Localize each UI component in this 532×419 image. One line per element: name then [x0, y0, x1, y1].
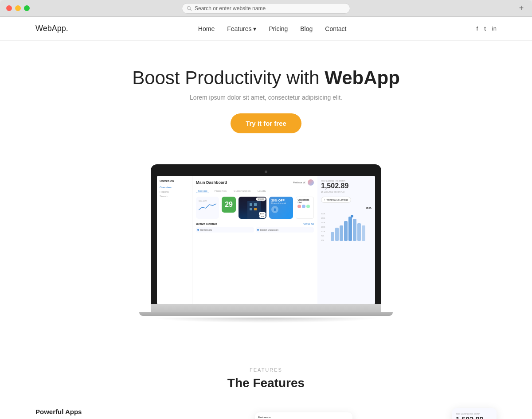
dash-dot-2: [257, 229, 259, 231]
customer-avatar-1: [297, 205, 301, 208]
laptop: Untree.co Overview Reports Search Main D…: [151, 164, 381, 323]
dash-rental-item-2: Design Discussion: [256, 227, 314, 233]
svg-rect-16: [335, 228, 339, 241]
dash-promo-value: 30% OFF: [271, 199, 291, 202]
dash-rental-item-1: Rental Lists: [196, 227, 254, 233]
dash-active-rentals-header: Active Rentals View all: [196, 222, 314, 225]
mini-earning-value: 1,502.89: [456, 416, 493, 419]
hero-title-start: Boost Productivity with: [132, 67, 325, 88]
navbar: WebApp. Home Features ▾ Pricing Blog Con…: [0, 17, 532, 41]
dash-promo-icon: 👤: [271, 206, 278, 213]
linkedin-icon[interactable]: in: [492, 25, 497, 32]
withdraw-icon: ↑: [324, 198, 325, 201]
dash-rental-label-2: Design Discussion: [260, 229, 278, 231]
mini-dash-logo: Untree.co: [258, 416, 349, 419]
svg-text:200K: 200K: [321, 213, 325, 215]
dash-tab-booking: Booking: [196, 189, 209, 193]
svg-text:100K: 100K: [321, 230, 325, 233]
dash-card-revenue: $20,190: [196, 197, 219, 219]
dash-price-sub2: $7M: [259, 215, 266, 218]
feature-item-1: Powerful Apps Lorem ipsum dolor sit amet…: [35, 408, 237, 419]
hero-title-bold: WebApp: [325, 67, 400, 88]
dash-nav-overview: Overview: [160, 185, 189, 190]
laptop-foot: [139, 312, 393, 316]
svg-text:175K: 175K: [321, 217, 325, 219]
dash-card-green: 29: [222, 197, 236, 213]
features-grid: Powerful Apps Lorem ipsum dolor sit amet…: [35, 408, 497, 419]
cta-button[interactable]: Try it for free: [231, 113, 301, 133]
window-controls: [6, 5, 30, 11]
dash-logo: Untree.co: [160, 179, 189, 182]
laptop-base: [151, 304, 381, 312]
browser-window: Search or enter website name + WebApp. H…: [0, 0, 532, 419]
address-bar-text: Search or enter website name: [195, 5, 266, 12]
dash-card-promo: 30% OFF On your first rental 👤: [269, 197, 293, 219]
dash-view-all: View all: [303, 222, 314, 225]
nav-home[interactable]: Home: [198, 25, 215, 32]
dash-user: Melissa W.: [293, 179, 314, 186]
brand-logo[interactable]: WebApp.: [35, 24, 68, 33]
dash-sparkline: [199, 202, 216, 211]
svg-text:150K: 150K: [321, 221, 325, 224]
customer-avatar-2: [302, 205, 305, 208]
address-bar[interactable]: Search or enter website name: [182, 3, 350, 14]
dash-active-rentals-label: Active Rentals: [196, 222, 217, 225]
maximize-button[interactable]: [24, 5, 30, 11]
mini-dash-side: Your Earning This Month 1,502.89 16 Jun …: [452, 408, 497, 419]
dash-customers-label: Customers List: [297, 198, 312, 204]
mini-dash-main: Untree.co Overview Report Search Main Da…: [255, 412, 352, 419]
dash-main: Main Dashboard Melissa W. Booking Proper…: [192, 176, 317, 304]
close-button[interactable]: [6, 5, 12, 11]
social-links: f t in: [477, 25, 497, 32]
svg-rect-21: [357, 223, 361, 241]
dash-right-panel: Your Earning This Month 1,502.89 16 Jun …: [317, 176, 375, 304]
dash-earning-date: 16 Jun 2020 at 9:00 AM: [321, 190, 372, 193]
dash-customer-avatars: [297, 205, 312, 208]
dash-nav-search: Search: [160, 194, 189, 198]
brand-dot: .: [66, 24, 68, 33]
nav-contact[interactable]: Contact: [325, 25, 346, 32]
svg-rect-6: [254, 208, 257, 210]
dash-rental-label-1: Rental Lists: [200, 229, 212, 231]
new-tab-button[interactable]: +: [516, 3, 527, 14]
browser-titlebar: Search or enter website name +: [0, 0, 532, 17]
laptop-screen: Untree.co Overview Reports Search Main D…: [157, 176, 375, 304]
laptop-screen-outer: Untree.co Overview Reports Search Main D…: [151, 164, 381, 304]
svg-rect-18: [344, 221, 348, 241]
customer-avatar-3: [306, 205, 310, 208]
twitter-icon[interactable]: t: [484, 25, 486, 32]
svg-rect-22: [362, 225, 365, 241]
dash-nav-reports: Reports: [160, 190, 189, 194]
dash-rental-list: Rental Lists Design Discussion: [196, 227, 314, 233]
nav-blog[interactable]: Blog: [300, 25, 313, 32]
dash-tabs: Booking Properties Customization Loyalty: [196, 189, 314, 193]
minimize-button[interactable]: [15, 5, 21, 11]
svg-rect-17: [340, 225, 343, 241]
chart-area: 18.5K 200K 175K 150K 125K 100K: [321, 206, 372, 241]
laptop-mockup: Untree.co Overview Reports Search Main D…: [0, 164, 532, 345]
dash-sidebar: Untree.co Overview Reports Search: [157, 176, 192, 304]
page-content: WebApp. Home Features ▾ Pricing Blog Con…: [0, 17, 532, 419]
svg-rect-19: [348, 217, 352, 241]
dash-header: Main Dashboard Melissa W.: [196, 179, 314, 186]
nav-features[interactable]: Features ▾: [227, 25, 256, 32]
dash-dot-1: [197, 229, 199, 231]
facebook-icon[interactable]: f: [477, 25, 478, 32]
dash-tab-customization: Customization: [232, 189, 252, 193]
hero-subtitle: Lorem ipsum dolor sit amet, consectetur …: [9, 94, 523, 101]
chevron-down-icon: ▾: [253, 25, 256, 32]
dash-earning-section: Your Earning This Month 1,502.89 16 Jun …: [321, 179, 372, 193]
nav-pricing[interactable]: Pricing: [269, 25, 288, 32]
dash-cards: $20,190 29: [196, 197, 314, 219]
hero-title: Boost Productivity with WebApp: [9, 67, 523, 89]
chart-highlight-label: 18.5K: [321, 206, 372, 209]
dash-earning-value: 1,502.89: [321, 182, 372, 190]
svg-text:50K: 50K: [321, 239, 324, 241]
svg-rect-20: [353, 219, 356, 241]
svg-text:125K: 125K: [321, 226, 325, 228]
brand-name: WebApp: [35, 24, 66, 33]
laptop-shadow: [151, 318, 381, 323]
dash-price-tag: $20,190: [256, 198, 265, 201]
dash-withdraw-btn: ↑ Withdraw All Earnings: [321, 197, 351, 203]
search-icon: [187, 6, 192, 11]
